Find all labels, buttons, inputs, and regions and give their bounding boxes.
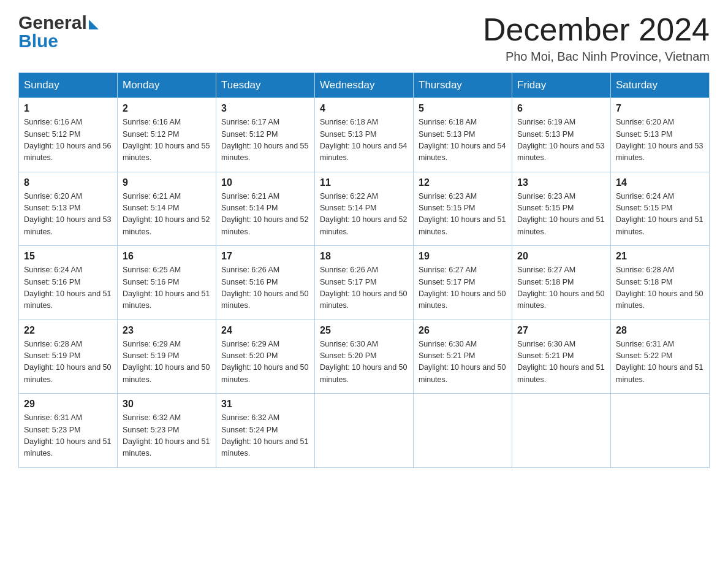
calendar-week-row: 8Sunrise: 6:20 AMSunset: 5:13 PMDaylight… <box>19 172 710 246</box>
day-number: 29 <box>24 399 112 410</box>
day-of-week-header: Sunday <box>19 73 118 98</box>
calendar-day-cell: 27Sunrise: 6:30 AMSunset: 5:21 PMDayligh… <box>512 320 611 394</box>
day-number: 14 <box>616 177 704 188</box>
day-number: 31 <box>221 399 309 410</box>
day-number: 10 <box>221 177 309 188</box>
day-info: Sunrise: 6:31 AMSunset: 5:23 PMDaylight:… <box>24 412 112 460</box>
calendar-day-cell: 31Sunrise: 6:32 AMSunset: 5:24 PMDayligh… <box>216 394 315 468</box>
calendar-day-cell: 23Sunrise: 6:29 AMSunset: 5:19 PMDayligh… <box>118 320 216 394</box>
day-of-week-header: Friday <box>512 73 611 98</box>
calendar-day-cell: 9Sunrise: 6:21 AMSunset: 5:14 PMDaylight… <box>118 172 216 246</box>
day-number: 9 <box>123 177 211 188</box>
day-number: 26 <box>419 325 507 336</box>
page-header: General Blue December 2024 Pho Moi, Bac … <box>18 12 710 64</box>
day-info: Sunrise: 6:32 AMSunset: 5:23 PMDaylight:… <box>123 412 211 460</box>
calendar-day-cell: 4Sunrise: 6:18 AMSunset: 5:13 PMDaylight… <box>315 98 414 172</box>
calendar-day-cell: 24Sunrise: 6:29 AMSunset: 5:20 PMDayligh… <box>216 320 315 394</box>
calendar-day-cell: 16Sunrise: 6:25 AMSunset: 5:16 PMDayligh… <box>118 246 216 320</box>
calendar-day-cell <box>611 394 710 468</box>
calendar-day-cell: 7Sunrise: 6:20 AMSunset: 5:13 PMDaylight… <box>611 98 710 172</box>
calendar-day-cell <box>512 394 611 468</box>
day-number: 7 <box>616 103 704 114</box>
day-info: Sunrise: 6:21 AMSunset: 5:14 PMDaylight:… <box>221 191 309 239</box>
day-of-week-header: Saturday <box>611 73 710 98</box>
day-number: 17 <box>221 251 309 262</box>
day-number: 15 <box>24 251 112 262</box>
day-info: Sunrise: 6:20 AMSunset: 5:13 PMDaylight:… <box>616 117 704 164</box>
day-info: Sunrise: 6:27 AMSunset: 5:18 PMDaylight:… <box>517 264 605 312</box>
calendar-day-cell: 11Sunrise: 6:22 AMSunset: 5:14 PMDayligh… <box>315 172 414 246</box>
header-row: SundayMondayTuesdayWednesdayThursdayFrid… <box>19 73 710 98</box>
calendar-day-cell: 30Sunrise: 6:32 AMSunset: 5:23 PMDayligh… <box>118 394 216 468</box>
calendar-day-cell: 19Sunrise: 6:27 AMSunset: 5:17 PMDayligh… <box>414 246 512 320</box>
day-info: Sunrise: 6:26 AMSunset: 5:17 PMDaylight:… <box>320 264 408 312</box>
day-number: 13 <box>517 177 605 188</box>
day-of-week-header: Wednesday <box>315 73 414 98</box>
calendar-day-cell <box>414 394 512 468</box>
calendar-week-row: 1Sunrise: 6:16 AMSunset: 5:12 PMDaylight… <box>19 98 710 172</box>
logo-blue-text: Blue <box>18 31 99 52</box>
logo-general-text: General <box>18 12 87 33</box>
day-number: 4 <box>320 103 408 114</box>
calendar-day-cell: 8Sunrise: 6:20 AMSunset: 5:13 PMDaylight… <box>19 172 118 246</box>
day-info: Sunrise: 6:26 AMSunset: 5:16 PMDaylight:… <box>221 264 309 312</box>
day-number: 20 <box>517 251 605 262</box>
day-info: Sunrise: 6:29 AMSunset: 5:20 PMDaylight:… <box>221 339 309 386</box>
day-number: 27 <box>517 325 605 336</box>
calendar-week-row: 22Sunrise: 6:28 AMSunset: 5:19 PMDayligh… <box>19 320 710 394</box>
day-of-week-header: Thursday <box>414 73 512 98</box>
day-info: Sunrise: 6:29 AMSunset: 5:19 PMDaylight:… <box>123 339 211 386</box>
day-info: Sunrise: 6:28 AMSunset: 5:18 PMDaylight:… <box>616 264 704 312</box>
day-number: 12 <box>419 177 507 188</box>
day-info: Sunrise: 6:17 AMSunset: 5:12 PMDaylight:… <box>221 117 309 164</box>
calendar-day-cell: 15Sunrise: 6:24 AMSunset: 5:16 PMDayligh… <box>19 246 118 320</box>
day-info: Sunrise: 6:30 AMSunset: 5:20 PMDaylight:… <box>320 339 408 386</box>
calendar-day-cell: 12Sunrise: 6:23 AMSunset: 5:15 PMDayligh… <box>414 172 512 246</box>
calendar-day-cell: 10Sunrise: 6:21 AMSunset: 5:14 PMDayligh… <box>216 172 315 246</box>
day-info: Sunrise: 6:18 AMSunset: 5:13 PMDaylight:… <box>419 117 507 164</box>
calendar-day-cell: 25Sunrise: 6:30 AMSunset: 5:20 PMDayligh… <box>315 320 414 394</box>
day-info: Sunrise: 6:30 AMSunset: 5:21 PMDaylight:… <box>419 339 507 386</box>
day-number: 3 <box>221 103 309 114</box>
day-number: 22 <box>24 325 112 336</box>
calendar-day-cell: 26Sunrise: 6:30 AMSunset: 5:21 PMDayligh… <box>414 320 512 394</box>
day-info: Sunrise: 6:28 AMSunset: 5:19 PMDaylight:… <box>24 339 112 386</box>
day-info: Sunrise: 6:24 AMSunset: 5:16 PMDaylight:… <box>24 264 112 312</box>
day-of-week-header: Tuesday <box>216 73 315 98</box>
calendar-table: SundayMondayTuesdayWednesdayThursdayFrid… <box>18 72 710 468</box>
calendar-subtitle: Pho Moi, Bac Ninh Province, Vietnam <box>483 50 710 64</box>
day-number: 19 <box>419 251 507 262</box>
day-info: Sunrise: 6:16 AMSunset: 5:12 PMDaylight:… <box>123 117 211 164</box>
day-info: Sunrise: 6:27 AMSunset: 5:17 PMDaylight:… <box>419 264 507 312</box>
day-info: Sunrise: 6:16 AMSunset: 5:12 PMDaylight:… <box>24 117 112 164</box>
day-of-week-header: Monday <box>118 73 216 98</box>
calendar-day-cell: 29Sunrise: 6:31 AMSunset: 5:23 PMDayligh… <box>19 394 118 468</box>
day-number: 30 <box>123 399 211 410</box>
calendar-day-cell: 20Sunrise: 6:27 AMSunset: 5:18 PMDayligh… <box>512 246 611 320</box>
day-number: 21 <box>616 251 704 262</box>
calendar-day-cell: 17Sunrise: 6:26 AMSunset: 5:16 PMDayligh… <box>216 246 315 320</box>
calendar-day-cell: 5Sunrise: 6:18 AMSunset: 5:13 PMDaylight… <box>414 98 512 172</box>
day-number: 25 <box>320 325 408 336</box>
day-number: 11 <box>320 177 408 188</box>
calendar-day-cell: 21Sunrise: 6:28 AMSunset: 5:18 PMDayligh… <box>611 246 710 320</box>
day-number: 2 <box>123 103 211 114</box>
calendar-day-cell: 28Sunrise: 6:31 AMSunset: 5:22 PMDayligh… <box>611 320 710 394</box>
day-number: 23 <box>123 325 211 336</box>
day-info: Sunrise: 6:19 AMSunset: 5:13 PMDaylight:… <box>517 117 605 164</box>
calendar-day-cell: 22Sunrise: 6:28 AMSunset: 5:19 PMDayligh… <box>19 320 118 394</box>
day-number: 5 <box>419 103 507 114</box>
day-info: Sunrise: 6:18 AMSunset: 5:13 PMDaylight:… <box>320 117 408 164</box>
day-number: 1 <box>24 103 112 114</box>
calendar-week-row: 15Sunrise: 6:24 AMSunset: 5:16 PMDayligh… <box>19 246 710 320</box>
day-info: Sunrise: 6:32 AMSunset: 5:24 PMDaylight:… <box>221 412 309 460</box>
calendar-day-cell <box>315 394 414 468</box>
calendar-day-cell: 14Sunrise: 6:24 AMSunset: 5:15 PMDayligh… <box>611 172 710 246</box>
day-info: Sunrise: 6:31 AMSunset: 5:22 PMDaylight:… <box>616 339 704 386</box>
calendar-day-cell: 13Sunrise: 6:23 AMSunset: 5:15 PMDayligh… <box>512 172 611 246</box>
day-number: 28 <box>616 325 704 336</box>
calendar-day-cell: 18Sunrise: 6:26 AMSunset: 5:17 PMDayligh… <box>315 246 414 320</box>
day-info: Sunrise: 6:20 AMSunset: 5:13 PMDaylight:… <box>24 191 112 239</box>
day-info: Sunrise: 6:23 AMSunset: 5:15 PMDaylight:… <box>419 191 507 239</box>
calendar-day-cell: 1Sunrise: 6:16 AMSunset: 5:12 PMDaylight… <box>19 98 118 172</box>
